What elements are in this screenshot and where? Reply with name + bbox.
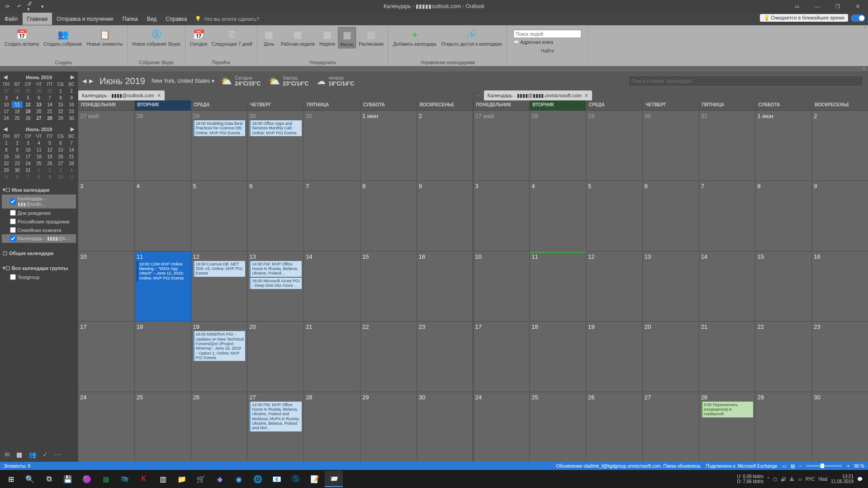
mini-day[interactable]: 28 bbox=[44, 115, 55, 122]
mini-day[interactable]: 10 bbox=[1, 101, 12, 108]
next7days-button[interactable]: 🗓Следующие 7 дней bbox=[210, 27, 254, 47]
outlook-icon[interactable]: 📨 bbox=[325, 471, 343, 487]
calendar-checkbox[interactable]: Календарь - ▮▮▮▮@k... bbox=[2, 234, 76, 243]
day-cell[interactable]: 9 bbox=[417, 181, 473, 251]
day-cell[interactable]: 23 bbox=[812, 322, 868, 391]
day-cell[interactable]: 31 bbox=[304, 111, 360, 180]
calendar-event[interactable]: 9:00 Переключить кондиционер в серверной… bbox=[701, 402, 754, 417]
minimize-icon[interactable]: — bbox=[807, 0, 827, 13]
mini-day[interactable]: 18 bbox=[33, 153, 44, 160]
day-cell[interactable]: 30 bbox=[417, 392, 473, 462]
calendar-checkbox[interactable]: Дни рождения bbox=[2, 208, 76, 217]
tray-date[interactable]: 11.06.2019 bbox=[831, 479, 854, 484]
mini-day[interactable]: 1 bbox=[1, 140, 12, 147]
tray-battery-icon[interactable]: ▭ bbox=[798, 477, 802, 482]
mini-day[interactable]: 31 bbox=[44, 88, 55, 95]
day-cell[interactable]: 2 bbox=[812, 111, 868, 180]
mini-day[interactable]: 21 bbox=[44, 108, 55, 115]
week-view-button[interactable]: ▦Неделя bbox=[318, 27, 337, 47]
mini-day[interactable]: 15 bbox=[55, 101, 66, 108]
mini-day[interactable]: 11 bbox=[66, 174, 77, 180]
mini-day[interactable]: 7 bbox=[23, 174, 33, 180]
day-cell[interactable]: 10 bbox=[78, 251, 134, 321]
calendar-checkbox[interactable]: Календарь - ▮▮▮@outlo... bbox=[2, 194, 76, 208]
mini-day[interactable]: 3 bbox=[55, 167, 66, 174]
add-calendar-button[interactable]: ＋Добавить календарь bbox=[391, 27, 438, 47]
mini-day[interactable]: 24 bbox=[23, 160, 33, 167]
mini-day[interactable]: 2 bbox=[12, 140, 23, 147]
chrome-icon[interactable]: 🌐 bbox=[249, 471, 267, 487]
new-meeting-button[interactable]: 👥Создать собрание bbox=[42, 27, 84, 47]
nav-people-icon[interactable]: 👥 bbox=[28, 451, 36, 458]
mini-day[interactable]: 7 bbox=[66, 140, 77, 147]
mini-day[interactable]: 29 bbox=[55, 115, 66, 122]
mini-day[interactable]: 26 bbox=[44, 160, 55, 167]
day-cell[interactable]: 14 bbox=[699, 251, 755, 321]
close-tab-icon[interactable]: ✕ bbox=[584, 93, 588, 99]
day-cell[interactable]: 22 bbox=[755, 322, 811, 391]
day-cell[interactable]: 24 bbox=[78, 392, 134, 462]
mini-day[interactable]: 9 bbox=[44, 174, 55, 180]
mini-prev-icon[interactable]: ◀ bbox=[4, 74, 7, 80]
new-appointment-button[interactable]: 📅Создать встречу bbox=[3, 27, 41, 47]
day-cell[interactable]: 11 bbox=[530, 251, 586, 321]
weather-day[interactable]: ⛅Завтра23°C/14°C bbox=[269, 76, 308, 87]
day-cell[interactable]: 26 bbox=[191, 392, 247, 462]
day-cell[interactable]: 10 bbox=[474, 251, 530, 321]
zoom-out-icon[interactable]: − bbox=[799, 464, 802, 469]
mini-day[interactable]: 31 bbox=[23, 167, 33, 174]
mini-day[interactable]: 3 bbox=[1, 95, 12, 101]
mini-day[interactable]: 13 bbox=[33, 101, 44, 108]
mini-day[interactable]: 2 bbox=[66, 88, 77, 95]
mini-day[interactable]: 29 bbox=[1, 167, 12, 174]
mini-day[interactable]: 23 bbox=[66, 108, 77, 115]
close-tab-icon[interactable]: ✕ bbox=[157, 93, 161, 99]
mini-day[interactable]: 14 bbox=[66, 147, 77, 153]
mini-day[interactable]: 20 bbox=[33, 108, 44, 115]
mini-day[interactable]: 11 bbox=[33, 147, 44, 153]
calendar-event[interactable]: 18:00 MINERVA PGI - Updates on New Techn… bbox=[193, 331, 246, 361]
day-cell[interactable]: 12 bbox=[586, 251, 642, 321]
nav-mail-icon[interactable]: ✉ bbox=[5, 451, 10, 458]
mini-day[interactable]: 8 bbox=[55, 95, 66, 101]
tray-time[interactable]: 13:21 bbox=[842, 474, 854, 479]
mini-day[interactable]: 15 bbox=[1, 153, 12, 160]
ribbon-collapse-icon[interactable]: ˄ bbox=[864, 26, 866, 31]
prev-month-icon[interactable]: ◀ bbox=[82, 78, 86, 84]
day-cell[interactable]: 31 bbox=[699, 111, 755, 180]
mini-day[interactable]: 26 bbox=[23, 115, 33, 122]
day-cell[interactable]: 17 bbox=[78, 322, 134, 391]
day-cell[interactable]: 4 bbox=[530, 181, 586, 251]
tray-expand-icon[interactable]: ˄ bbox=[767, 477, 769, 482]
day-cell[interactable]: 7 bbox=[699, 181, 755, 251]
app2-icon[interactable]: ▥ bbox=[154, 471, 172, 487]
mini-day[interactable]: 25 bbox=[12, 115, 23, 122]
mini-day[interactable]: 19 bbox=[44, 153, 55, 160]
notes-icon[interactable]: 📝 bbox=[306, 471, 324, 487]
nav-calendar-icon[interactable]: ▦ bbox=[16, 451, 22, 458]
mini-day[interactable]: 7 bbox=[44, 95, 55, 101]
day-cell[interactable]: 29 bbox=[360, 392, 417, 462]
attach-dropdown-icon[interactable]: 🖇▾ bbox=[27, 3, 34, 10]
day-cell[interactable]: 28 bbox=[135, 111, 191, 180]
mini-day[interactable]: 9 bbox=[12, 147, 23, 153]
day-cell[interactable]: 20 bbox=[643, 322, 699, 391]
calendar-event[interactable]: 18:00 Office Apps and Services Monthly C… bbox=[249, 120, 302, 136]
day-cell[interactable]: 27 bbox=[643, 392, 699, 462]
day-cell[interactable]: 18 bbox=[135, 322, 191, 391]
day-cell[interactable]: 4 bbox=[135, 181, 191, 251]
day-cell[interactable]: 3 bbox=[474, 181, 530, 251]
mini-day[interactable]: 10 bbox=[55, 174, 66, 180]
mini-day[interactable]: 27 bbox=[55, 160, 66, 167]
mini-day[interactable]: 4 bbox=[33, 140, 44, 147]
schedule-view-button[interactable]: ▤Расписание bbox=[357, 27, 385, 47]
mini-day[interactable]: 1 bbox=[33, 167, 44, 174]
day-cell[interactable]: 25 bbox=[530, 392, 586, 462]
view-normal-icon[interactable]: ▭ bbox=[782, 464, 786, 469]
calendar-event[interactable]: 14:00 FW: MVP Office Hours in Russia, Be… bbox=[249, 402, 302, 431]
mini-cal-title[interactable]: Июль 2019 bbox=[26, 127, 52, 132]
day-cell[interactable]: 19 bbox=[586, 322, 642, 391]
mini-day[interactable]: 10 bbox=[23, 147, 33, 153]
nav-more-icon[interactable]: ⋯ bbox=[54, 451, 61, 458]
tray-volume-icon[interactable]: 🔊 bbox=[781, 477, 786, 482]
